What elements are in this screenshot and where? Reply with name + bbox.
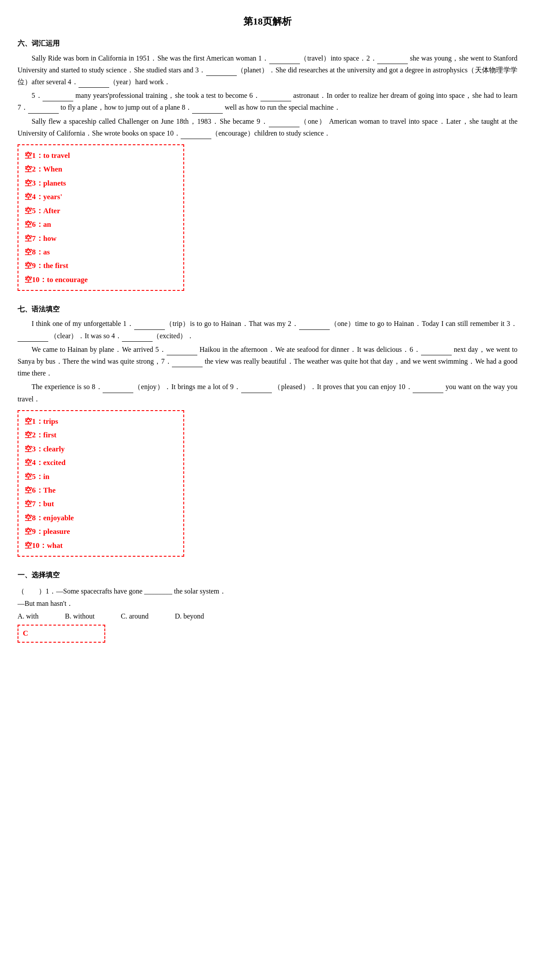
blank-7-3 — [18, 341, 48, 342]
section7-answer-3: 空3：clearly — [25, 442, 175, 456]
blank-6-2 — [377, 64, 408, 64]
blank-6-8 — [192, 113, 223, 114]
section1-dialogue: —But man hasn't． — [18, 597, 517, 609]
section1-header: 一、选择填空 — [18, 569, 517, 581]
page-title: 第18页解析 — [18, 13, 517, 29]
section1-answer: C — [23, 629, 28, 637]
section6-answer-2: 空2：When — [25, 162, 175, 176]
blank-7-6 — [421, 355, 452, 355]
section6-answer-6: 空6：an — [25, 218, 175, 231]
blank-7-2 — [299, 329, 330, 330]
option-b: B. without — [65, 610, 95, 622]
blank-6-1 — [269, 64, 300, 64]
section6-answer-box: 空1：to travel 空2：When 空3：planets 空4：years… — [18, 144, 184, 291]
blank-7-9 — [241, 393, 272, 393]
blank-7-8 — [103, 393, 133, 393]
section7-answer-4: 空4：excited — [25, 456, 175, 469]
blank-6-6 — [260, 101, 291, 101]
section7-answer-9: 空9：pleasure — [25, 525, 175, 538]
section6-para2: 5． many years'professional training，she … — [18, 89, 517, 113]
section6-para1: Sally Ride was born in California in 195… — [18, 52, 517, 88]
section7-answer-box: 空1：trips 空2：first 空3：clearly 空4：excited … — [18, 410, 184, 557]
option-c: C. around — [121, 610, 149, 622]
section7-answer-5: 空5：in — [25, 470, 175, 483]
section7-answer-6: 空6：The — [25, 483, 175, 497]
blank-7-5 — [167, 355, 197, 355]
section1-question: （ ）1．—Some spacecrafts have gone _______… — [18, 585, 517, 597]
blank-6-3 — [206, 75, 237, 76]
option-d: D. beyond — [175, 610, 204, 622]
section7-header: 七、语法填空 — [18, 303, 517, 315]
blank-7-7 — [172, 367, 203, 367]
option-a: A. with — [18, 610, 39, 622]
blank-6-5 — [43, 101, 73, 101]
section6-answer-3: 空3：planets — [25, 176, 175, 190]
blank-7-10 — [413, 393, 443, 393]
blank-6-4 — [78, 87, 109, 88]
section1-question-block: （ ）1．—Some spacecrafts have gone _______… — [18, 585, 517, 642]
blank-6-7 — [28, 113, 59, 114]
section7-answer-10: 空10：what — [25, 539, 175, 552]
section7-para3: The experience is so 8．（enjoy）．It brings… — [18, 381, 517, 404]
section6-para3: Sally flew a spaceship called Challenger… — [18, 115, 517, 139]
section7-para1: I think one of my unforgettable 1．（trip）… — [18, 318, 517, 341]
section6-answer-1: 空1：to travel — [25, 149, 175, 162]
section7-answer-1: 空1：trips — [25, 415, 175, 428]
section6-answer-9: 空9：the first — [25, 259, 175, 272]
blank-7-4 — [122, 341, 153, 342]
section6-answer-7: 空7：how — [25, 232, 175, 245]
section6-answer-4: 空4：years' — [25, 190, 175, 204]
blank-6-9 — [269, 127, 300, 127]
section6-answer-8: 空8：as — [25, 245, 175, 259]
section1-answer-box: C — [18, 625, 105, 643]
section6-answer-5: 空5：After — [25, 204, 175, 218]
section7-para2: We came to Hainan by plane．We arrived 5．… — [18, 343, 517, 379]
section7-answer-2: 空2：first — [25, 428, 175, 442]
section7-answer-7: 空7：but — [25, 497, 175, 511]
section6-header: 六、词汇运用 — [18, 37, 517, 49]
blank-6-10 — [181, 139, 211, 139]
section1-options: A. with B. without C. around D. beyond — [18, 610, 517, 622]
section7-answer-8: 空8：enjoyable — [25, 511, 175, 525]
section6-answer-10: 空10：to encourage — [25, 273, 175, 286]
blank-7-1 — [134, 329, 165, 330]
